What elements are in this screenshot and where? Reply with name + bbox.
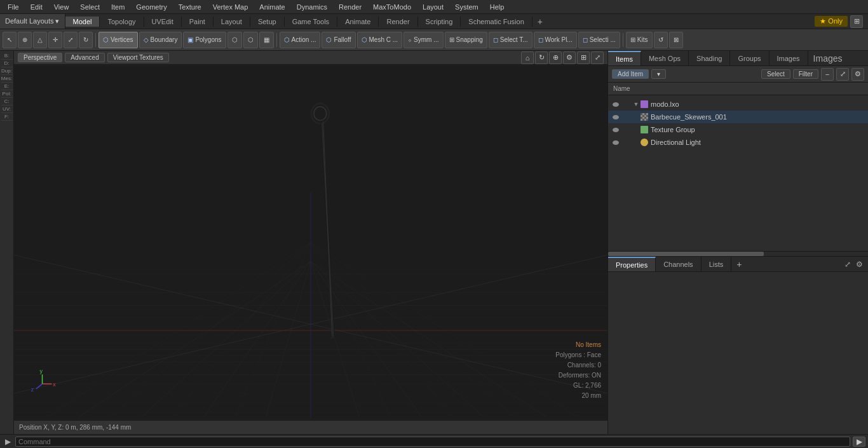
panel-minus-button[interactable]: − bbox=[821, 68, 834, 81]
tool-select-t[interactable]: ◻ Select T... bbox=[489, 32, 532, 48]
tool-symm[interactable]: ⬦ Symm ... bbox=[403, 32, 443, 48]
left-tool-c[interactable]: C: bbox=[1, 98, 13, 105]
filter-button[interactable]: Filter bbox=[793, 69, 818, 79]
props-tab-add[interactable]: + bbox=[731, 257, 747, 271]
panel-tab-add[interactable]: Images bbox=[808, 51, 848, 65]
tool-mat[interactable]: ▦ bbox=[259, 32, 274, 48]
viewport-lock-icon[interactable]: ⊞ bbox=[577, 51, 590, 64]
tool-triangle[interactable]: △ bbox=[33, 32, 47, 48]
menu-help[interactable]: Help bbox=[485, 2, 510, 12]
tool-mesh-c[interactable]: ⬡ Mesh C ... bbox=[357, 32, 403, 48]
tool-reset-view[interactable]: ↺ bbox=[654, 32, 668, 48]
panel-tab-shading[interactable]: Shading bbox=[689, 51, 730, 65]
tool-work-pl[interactable]: ◻ Work Pl... bbox=[534, 32, 577, 48]
tool-kits[interactable]: ⊞ Kits bbox=[626, 32, 653, 48]
tool-sym-mode[interactable]: ⬡ bbox=[243, 32, 258, 48]
left-tool-e[interactable]: E: bbox=[1, 83, 13, 90]
menu-render[interactable]: Render bbox=[334, 2, 367, 12]
menu-maxtomodo[interactable]: MaxToModo bbox=[368, 2, 416, 12]
vis-eye-texture[interactable] bbox=[611, 125, 621, 135]
props-expand-icon[interactable]: ⤢ bbox=[843, 259, 853, 269]
vis-eye-light[interactable] bbox=[611, 137, 621, 147]
menu-layout[interactable]: Layout bbox=[417, 2, 449, 12]
tool-vertices[interactable]: ⬡ Vertices bbox=[98, 32, 138, 48]
panel-tab-mesh-ops[interactable]: Mesh Ops bbox=[641, 51, 689, 65]
panel-expand-icon[interactable]: ⤢ bbox=[836, 68, 849, 81]
viewport-orbit-icon[interactable]: ↻ bbox=[535, 51, 548, 64]
command-input[interactable] bbox=[15, 437, 850, 447]
viewport-settings-icon[interactable]: ⚙ bbox=[563, 51, 576, 64]
tool-rotate[interactable]: ↻ bbox=[79, 32, 93, 48]
left-tool-mes[interactable]: Mes: bbox=[1, 75, 13, 83]
tool-move[interactable]: ✛ bbox=[48, 32, 62, 48]
left-tool-d[interactable]: D: bbox=[1, 60, 13, 67]
props-tab-properties[interactable]: Properties bbox=[608, 257, 656, 271]
viewport-home-icon[interactable]: ⌂ bbox=[521, 51, 534, 64]
vis-eye-modo[interactable] bbox=[611, 99, 621, 109]
menu-texture[interactable]: Texture bbox=[173, 2, 207, 12]
add-item-button[interactable]: Add Item bbox=[612, 69, 649, 79]
tool-falloff[interactable]: ⬡ Falloff bbox=[322, 32, 355, 48]
viewport-expand-icon[interactable]: ⤢ bbox=[591, 51, 604, 64]
vis-eye-barbecue[interactable] bbox=[611, 112, 621, 122]
panel-tab-groups[interactable]: Groups bbox=[730, 51, 769, 65]
props-tab-channels[interactable]: Channels bbox=[656, 257, 701, 271]
menu-animate[interactable]: Animate bbox=[254, 2, 290, 12]
item-barbecue[interactable]: Barbecue_Skewers_001 bbox=[608, 111, 868, 123]
viewport-tab-textures[interactable]: Viewport Textures bbox=[107, 53, 169, 62]
tool-action[interactable]: ⬡ Action ... bbox=[280, 32, 321, 48]
layout-tab-uvedit[interactable]: UVEdit bbox=[144, 17, 182, 27]
layout-tab-add[interactable]: + bbox=[532, 15, 548, 28]
item-directional-light[interactable]: Directional Light bbox=[608, 136, 868, 149]
viewport-tab-advanced[interactable]: Advanced bbox=[65, 53, 104, 62]
menu-system[interactable]: System bbox=[450, 2, 484, 12]
tool-snapping[interactable]: ⊞ Snapping bbox=[445, 32, 487, 48]
menu-item[interactable]: Item bbox=[106, 2, 130, 12]
layout-tab-schematic-fusion[interactable]: Schematic Fusion bbox=[461, 17, 532, 27]
menu-edit[interactable]: Edit bbox=[25, 2, 48, 12]
tool-scale[interactable]: ⤢ bbox=[64, 32, 78, 48]
panel-tab-images[interactable]: Images bbox=[770, 51, 808, 65]
panel-tab-items[interactable]: Items bbox=[608, 51, 641, 65]
layout-expand-button[interactable]: ⊞ bbox=[850, 15, 863, 28]
star-only-button[interactable]: ★ Only bbox=[815, 16, 848, 27]
command-arrow[interactable]: ▶ bbox=[3, 437, 13, 447]
tool-selecti[interactable]: ◻ Selecti ... bbox=[578, 32, 620, 48]
menu-file[interactable]: File bbox=[3, 2, 24, 12]
menu-geometry[interactable]: Geometry bbox=[131, 2, 172, 12]
menu-view[interactable]: View bbox=[49, 2, 74, 12]
layout-tab-animate[interactable]: Animate bbox=[337, 17, 379, 27]
layout-tab-layout[interactable]: Layout bbox=[214, 17, 250, 27]
left-tool-f[interactable]: F: bbox=[1, 113, 13, 121]
menu-select[interactable]: Select bbox=[75, 2, 105, 12]
left-tool-pol[interactable]: Pol: bbox=[1, 90, 13, 98]
left-tool-b[interactable]: B: bbox=[1, 52, 13, 60]
layout-dropdown[interactable]: Default Layouts ▾ bbox=[0, 14, 65, 29]
layout-tab-topology[interactable]: Topology bbox=[100, 17, 144, 27]
tool-boundary[interactable]: ◇ Boundary bbox=[139, 32, 182, 48]
scroll-thumb[interactable] bbox=[608, 252, 764, 256]
item-texture-group[interactable]: Texture Group bbox=[608, 123, 868, 136]
panel-settings-icon[interactable]: ⚙ bbox=[851, 68, 864, 81]
layout-tab-paint[interactable]: Paint bbox=[182, 17, 214, 27]
tool-globe[interactable]: ⊕ bbox=[18, 32, 32, 48]
tool-maximize[interactable]: ⊠ bbox=[669, 32, 683, 48]
command-execute-button[interactable]: ▶ bbox=[853, 437, 865, 447]
expand-modo[interactable]: ▼ bbox=[632, 100, 640, 108]
items-scrollbar[interactable] bbox=[608, 251, 868, 256]
props-settings-icon[interactable]: ⚙ bbox=[854, 259, 864, 269]
props-tab-lists[interactable]: Lists bbox=[702, 257, 732, 271]
left-tool-uv[interactable]: UV: bbox=[1, 105, 13, 113]
layout-tab-model[interactable]: Model bbox=[65, 17, 100, 27]
viewport-tab-perspective[interactable]: Perspective bbox=[18, 53, 62, 62]
layout-tab-scripting[interactable]: Scripting bbox=[418, 17, 461, 27]
add-item-arrow[interactable]: ▾ bbox=[651, 69, 666, 79]
layout-tab-setup[interactable]: Setup bbox=[250, 17, 285, 27]
menu-dynamics[interactable]: Dynamics bbox=[292, 2, 332, 12]
menu-vertex-map[interactable]: Vertex Map bbox=[208, 2, 254, 12]
tool-cursor[interactable]: ↖ bbox=[3, 32, 17, 48]
viewport-zoom-icon[interactable]: ⊕ bbox=[549, 51, 562, 64]
layout-tab-game-tools[interactable]: Game Tools bbox=[285, 17, 338, 27]
viewport-3d[interactable]: x y z No Items Polygons : Face Channels:… bbox=[14, 65, 607, 420]
left-tool-dup[interactable]: Dup: bbox=[1, 67, 13, 75]
